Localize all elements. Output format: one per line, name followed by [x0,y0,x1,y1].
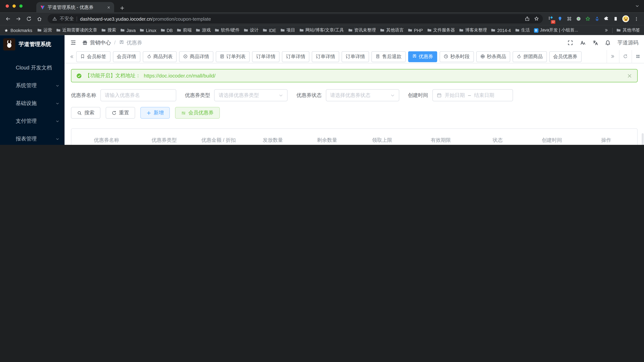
tag-tab-4[interactable]: 订单列表 [216,51,250,62]
alert-close-icon[interactable] [627,73,632,79]
bookmarks-overflow-icon[interactable] [605,28,609,32]
add-button[interactable]: 新增 [140,107,170,119]
extensions-puzzle-icon[interactable] [604,16,609,22]
bookmark-folder-8[interactable]: 软件/硬件 [215,28,240,33]
folder-icon [299,28,304,33]
sidebar-collapse-icon[interactable] [70,40,76,46]
page-scrollbar[interactable] [642,133,644,145]
bookmark-folder-9[interactable]: 设计 [244,28,258,33]
tag-tab-label: 订单列表 [226,53,246,60]
tag-tab-11[interactable]: 秒杀时段 [440,51,474,62]
coupon-name-input[interactable] [100,89,176,101]
profile-avatar[interactable] [622,15,629,22]
bookmark-star-icon[interactable] [534,16,539,21]
extension-chevrons-icon[interactable] [594,16,600,22]
current-user[interactable]: 芋道源码 [618,39,638,46]
reset-button[interactable]: 重置 [106,107,135,119]
sidebar-item-4[interactable]: 报表管理 [0,130,64,145]
sidebar-item-1[interactable]: 系统管理 [0,77,64,95]
tag-tab-7[interactable]: 订单详情 [312,51,339,62]
share-icon[interactable] [525,16,530,21]
bookmark-folder-12[interactable]: 网站/博客/文章/工具 [299,28,344,33]
breadcrumb: 营销中心 / 优惠券 [82,39,142,46]
extension-star-icon[interactable] [585,16,590,22]
bookmark-folder-0[interactable]: 运营 [37,28,52,33]
bookmark-folder-16[interactable]: 文件服务器 [427,28,455,33]
bookmark-folder-4[interactable]: Linux [140,28,156,33]
date-range-picker[interactable]: 开始日期 – 结束日期 [432,89,513,101]
extension-drop-icon[interactable] [557,16,563,22]
bookmark-folder-17[interactable]: 博客未整理 [459,28,487,33]
tag-tab-0[interactable]: 会员标签 [76,51,110,62]
sidebar-item-0[interactable]: Cloud 开发文档 [0,59,64,77]
bookmarks-root[interactable]: Bookmarks [4,28,32,33]
browser-menu-icon[interactable] [634,16,639,21]
fullscreen-icon[interactable] [568,40,573,45]
breadcrumb-item[interactable]: 营销中心 [90,39,111,46]
coupon-type-select[interactable]: 请选择优惠券类型 [214,89,288,101]
bookmark-site[interactable]: BJava开发 | 小组首... [534,28,578,33]
tag-tab-13[interactable]: 拼团商品 [513,51,547,62]
bookmark-folder-13[interactable]: 资讯未整理 [348,28,376,33]
bookmark-folder-7[interactable]: 游戏 [196,28,211,33]
tag-tab-2[interactable]: 商品列表 [142,51,177,62]
other-bookmarks-label: 其他书签 [623,28,640,33]
member-coupon-button[interactable]: 会员优惠券 [175,107,220,119]
forward-button[interactable] [14,16,23,22]
layout-grid-icon[interactable] [636,54,640,59]
bookmark-folder-19[interactable]: 生活 [515,28,530,33]
tag-tab-3[interactable]: 商品详情 [179,51,213,62]
window-minimize-button[interactable] [12,5,16,8]
translate-icon[interactable] [592,40,598,45]
bookmark-folder-15[interactable]: PHP [408,28,423,33]
tags-scroll-left-icon[interactable] [67,54,76,59]
bookmark-folder-5[interactable]: DB [160,28,172,33]
bookmark-folder-1[interactable]: 近期需要读的文章 [56,28,97,33]
home-button[interactable] [35,16,44,22]
bookmark-folder-10[interactable]: IDE [263,28,276,33]
tag-tab-10[interactable]: 优惠券 [408,51,437,62]
extension-recorder-icon[interactable] [576,16,581,22]
bookmark-folder-14[interactable]: 其他语言 [380,28,404,33]
alert-link[interactable]: https://doc.iocoder.cn/mall/build/ [144,73,216,79]
app-logo-row[interactable]: 芋道管理系统 [0,35,64,54]
extension-panel-icon[interactable] [613,16,618,22]
reload-button[interactable] [25,16,34,22]
extension-tag-manager[interactable]: 12 [548,16,554,22]
coupon-status-select[interactable]: 请选择优惠券状态 [326,89,399,101]
search-button[interactable]: 搜索 [71,107,100,119]
notification-bell-icon[interactable] [605,40,610,45]
back-button[interactable] [4,16,12,22]
bookmark-folder-11[interactable]: 项目 [280,28,295,33]
tags-scroll-right-icon[interactable] [611,54,616,59]
extension-command-icon[interactable] [567,16,572,22]
font-size-icon[interactable] [580,40,586,45]
bookmark-folder-18[interactable]: 2014-4 [491,28,511,33]
other-bookmarks[interactable]: 其他书签 [616,28,640,33]
sidebar-item-2[interactable]: 基础设施 [0,95,64,112]
bookmark-folder-2[interactable]: 搜索 [101,28,116,33]
address-bar[interactable]: 不安全 dashboard-vue3.yudao.iocoder.cn/prom… [48,14,543,24]
bookmark-folder-3[interactable]: Java [120,28,136,33]
tag-tab-5[interactable]: 订单详情 [252,51,280,62]
tab-search-icon[interactable] [635,4,639,8]
window-close-button[interactable] [6,5,9,8]
tag-tab-8[interactable]: 订单详情 [342,51,369,62]
alert-text: 【功能开启】文档地址： [85,72,141,79]
window-zoom-button[interactable] [19,5,22,8]
browser-tab[interactable]: 芋道管理系统 - 优惠券 [36,2,114,13]
site-favicon-icon [40,5,45,10]
filter-form: 优惠券名称 优惠券类型 请选择优惠券类型 优惠券状态 请选择优惠券状态 [71,89,638,101]
tag-tab-1[interactable]: 会员详情 [113,51,140,62]
tag-tab-12[interactable]: 秒杀商品 [476,51,510,62]
bookmark-folder-6[interactable]: 前端 [177,28,192,33]
new-tab-button[interactable] [120,6,125,11]
ticket-icon [412,54,417,59]
tag-tab-9[interactable]: 售后退款 [372,51,406,62]
tab-close-icon[interactable] [107,6,111,9]
tag-tab-label: 商品列表 [153,53,172,60]
sidebar-item-3[interactable]: 支付管理 [0,112,64,130]
tag-tab-6[interactable]: 订单详情 [282,51,310,62]
tags-refresh-icon[interactable] [623,54,628,59]
tag-tab-14[interactable]: 会员优惠券 [549,51,582,62]
